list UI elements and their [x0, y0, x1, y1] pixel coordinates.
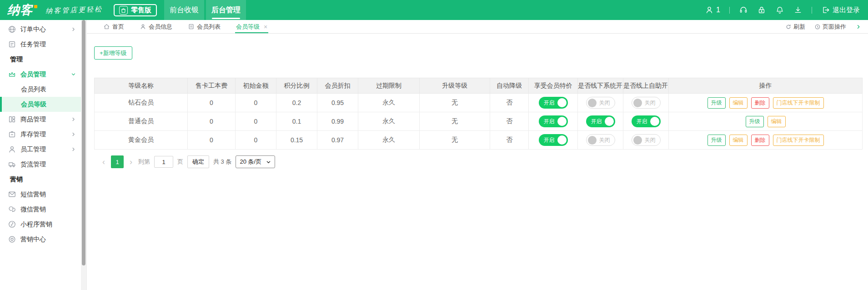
offline-system-open-toggle[interactable]: 开启: [586, 115, 615, 127]
page-operations-button[interactable]: 页面操作: [814, 23, 846, 31]
online-self-open-toggle[interactable]: 开启: [632, 115, 661, 127]
page-operations-icon: [814, 24, 821, 30]
offline-system-open-toggle[interactable]: 关闭: [586, 97, 615, 109]
sidebar-item-member-level[interactable]: 会员等级: [0, 97, 81, 112]
sidebar-item-label: 营销中心: [20, 235, 46, 244]
sidebar-item-label: 短信营销: [20, 190, 46, 199]
cell-points-ratio: 0.2: [276, 94, 317, 112]
sidebar-item-label: 员工管理: [20, 145, 46, 154]
target-icon: [7, 235, 16, 244]
account-button[interactable]: 1: [705, 5, 720, 15]
sidebar-item-member-list[interactable]: 会员列表: [0, 82, 81, 97]
cell-member-special-price: 开启: [529, 131, 578, 150]
sms-icon: [7, 190, 16, 199]
sidebar-section-marketing: 营销: [0, 172, 81, 187]
sidebar-item-goods-management[interactable]: 商品管理: [0, 112, 81, 127]
divider: [729, 7, 730, 14]
download-button[interactable]: [793, 5, 803, 15]
page-operations-label: 页面操作: [823, 23, 846, 31]
page-size-value: 20 条/页: [240, 158, 261, 166]
upgrade-button[interactable]: 升级: [746, 116, 764, 127]
cell-auto-downgrade: 否: [490, 131, 529, 150]
sidebar-item-label: 货流管理: [20, 160, 46, 169]
delete-button[interactable]: 删除: [751, 135, 769, 146]
logo[interactable]: 纳客 纳客管店更轻松: [0, 0, 103, 20]
cell-upgrade-level: 无: [420, 94, 490, 112]
sidebar-item-miniapp-marketing[interactable]: 小程序营销: [0, 217, 81, 232]
tab-label: 首页: [112, 23, 124, 31]
upgrade-button[interactable]: 升级: [707, 135, 726, 146]
delete-button[interactable]: 删除: [751, 97, 769, 109]
store-offline-card-limit-button[interactable]: 门店线下开卡限制: [773, 97, 824, 109]
main-content: 首页会员信息会员列表会员等级× 刷新 页面操作 +新增等级: [86, 20, 868, 290]
edit-button[interactable]: 编辑: [768, 116, 786, 127]
next-page-button[interactable]: ›: [128, 158, 134, 166]
toggle-label: 开启: [591, 118, 602, 125]
cell-online-self-open: 关闭: [623, 94, 669, 112]
cell-level-name: 普通会员: [95, 112, 188, 131]
edition-badge[interactable]: 零售版: [114, 4, 157, 16]
sidebar-item-sms-marketing[interactable]: 短信营销: [0, 187, 81, 202]
sidebar-item-wechat-marketing[interactable]: 微信营销: [0, 202, 81, 217]
online-self-open-toggle[interactable]: 关闭: [632, 97, 661, 109]
cell-offline-system-open: 开启: [578, 112, 623, 131]
refresh-button[interactable]: 刷新: [785, 23, 805, 31]
tab-member-level[interactable]: 会员等级×: [236, 20, 267, 33]
edit-button[interactable]: 编辑: [729, 97, 748, 109]
cell-expire-limit: 永久: [358, 94, 420, 112]
online-self-open-toggle[interactable]: 关闭: [632, 134, 661, 146]
upgrade-button[interactable]: 升级: [707, 97, 726, 109]
close-icon[interactable]: ×: [264, 23, 267, 30]
sidebar-item-member-management[interactable]: 会员管理: [0, 67, 81, 82]
page-number-input[interactable]: [154, 156, 173, 168]
logo-slogan: 纳客管店更轻松: [45, 5, 103, 15]
tabbar-expand-button[interactable]: [855, 24, 862, 30]
notifications-button[interactable]: [775, 5, 784, 15]
cell-upgrade-level: 无: [420, 112, 490, 131]
member-level-table: 等级名称售卡工本费初始金额积分比例会员折扣过期限制升级等级自动降级享受会员特价是…: [94, 78, 863, 150]
special-price-toggle[interactable]: 开启: [539, 115, 568, 127]
column-header: 是否线上自助开...: [623, 78, 669, 94]
sidebar-item-logistics-management[interactable]: 货流管理: [0, 157, 81, 172]
add-level-button[interactable]: +新增等级: [94, 46, 132, 60]
sidebar-item-inventory-management[interactable]: 库存管理: [0, 127, 81, 142]
page-number-button[interactable]: 1: [111, 155, 124, 168]
sidebar-scrollbar[interactable]: [81, 20, 86, 290]
sidebar-item-label: 任务管理: [20, 40, 46, 49]
logo-text: 纳客: [7, 2, 33, 18]
support-button[interactable]: [739, 5, 748, 15]
prev-page-button[interactable]: ‹: [100, 158, 107, 166]
cell-offline-system-open: 关闭: [578, 131, 623, 150]
header-right-actions: 1 退出登录: [705, 0, 868, 20]
logout-button[interactable]: 退出登录: [821, 5, 860, 15]
lock-icon: [757, 5, 766, 15]
sidebar-item-order-center[interactable]: 订单中心: [0, 22, 81, 37]
sidebar-item-label: 商品管理: [20, 115, 46, 124]
sidebar-item-marketing-center[interactable]: 营销中心: [0, 232, 81, 247]
tab-member-info[interactable]: 会员信息: [140, 20, 172, 33]
sidebar-item-staff-management[interactable]: 员工管理: [0, 142, 81, 157]
lock-button[interactable]: [757, 5, 766, 15]
logout-label: 退出登录: [833, 6, 860, 15]
header-tab-cashier[interactable]: 前台收银: [164, 0, 204, 20]
confirm-page-button[interactable]: 确定: [187, 155, 209, 168]
header-tab-backend[interactable]: 后台管理: [206, 0, 246, 20]
cell-card-fee: 0: [188, 131, 236, 150]
special-price-toggle[interactable]: 开启: [539, 97, 568, 109]
tab-home[interactable]: 首页: [103, 20, 124, 33]
special-price-toggle[interactable]: 开启: [539, 134, 568, 146]
tab-member-list[interactable]: 会员列表: [188, 20, 221, 33]
sidebar-scrollbar-thumb[interactable]: [82, 20, 85, 265]
store-offline-card-limit-button[interactable]: 门店线下开卡限制: [773, 135, 824, 146]
refresh-label: 刷新: [793, 23, 805, 31]
sidebar-item-task-management[interactable]: 任务管理: [0, 37, 81, 52]
cell-points-ratio: 0.15: [276, 131, 317, 150]
column-header: 会员折扣: [317, 78, 358, 94]
page-size-select[interactable]: 20 条/页: [236, 155, 275, 168]
toggle-label: 关闭: [599, 136, 610, 144]
open-tabs: 首页会员信息会员列表会员等级×: [103, 20, 267, 33]
app-root: 纳客 纳客管店更轻松 零售版 前台收银后台管理 1 退出登录: [0, 0, 868, 290]
divider: [812, 7, 812, 14]
offline-system-open-toggle[interactable]: 关闭: [586, 134, 615, 146]
edit-button[interactable]: 编辑: [729, 135, 748, 146]
